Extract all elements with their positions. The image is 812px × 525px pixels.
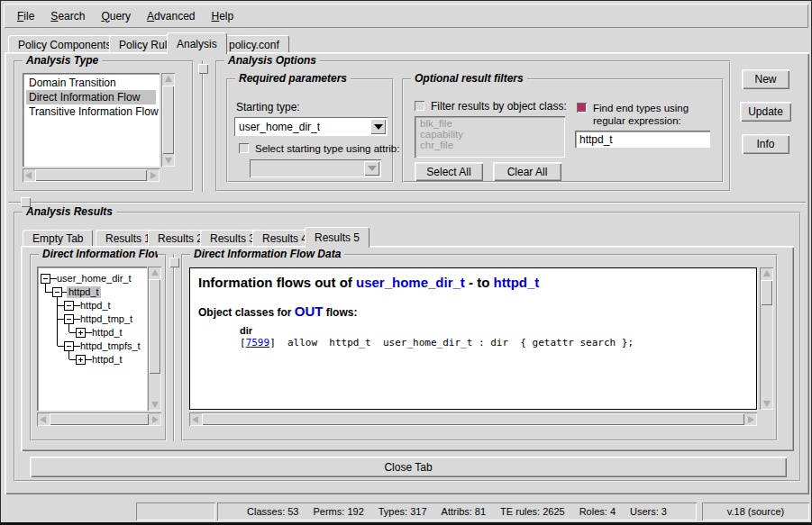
starting-type-combobox[interactable]: user_home_dir_t [234,117,388,136]
status-empty-box [136,502,215,520]
top-vertical-sash-handle[interactable] [198,64,208,74]
source-type: user_home_dir_t [356,275,465,290]
flow-data-text[interactable]: Information flows out of user_home_dir_t… [189,267,757,410]
tree-node[interactable]: httpd_tmp_t [78,313,134,325]
menu-help[interactable]: Help [203,6,242,26]
scroll-down-icon[interactable] [148,399,161,411]
attrib-combobox [250,159,381,177]
horizontal-sash-handle[interactable] [21,197,31,207]
version-label: v.18 (source) [727,506,784,517]
collapse-icon[interactable] [64,341,74,351]
close-tab-button[interactable]: Close Tab [30,457,787,477]
collapse-icon[interactable] [41,274,50,284]
list-item[interactable]: Direct Information Flow [26,90,156,104]
object-class-checkbox-row[interactable]: Filter results by object class: [415,100,567,113]
object-class-checkbox[interactable] [415,101,424,111]
collapse-icon[interactable] [64,314,74,324]
scroll-thumb[interactable] [149,279,160,374]
flow-direction: OUT [295,303,324,319]
scroll-up-icon[interactable] [161,73,175,85]
scroll-left-icon[interactable] [189,412,201,426]
menu-advanced[interactable]: Advanced [139,6,203,26]
clear-all-button[interactable]: Clear All [493,162,561,181]
analysis-type-list[interactable]: Domain Transition Direct Information Flo… [23,73,160,167]
tab-empty-tab[interactable]: Empty Tab [23,230,93,247]
scroll-right-icon[interactable] [150,412,161,426]
combobox-dropdown-icon[interactable] [370,119,386,134]
flow-tree[interactable]: user_home_dir_t httpd_t httpd_t httpd_tm… [37,267,147,411]
expand-icon[interactable] [76,328,86,338]
tree-line [68,351,69,359]
regex-checkbox[interactable] [577,103,587,113]
scroll-down-icon[interactable] [161,155,175,167]
scroll-right-icon[interactable] [745,412,757,426]
scroll-thumb[interactable] [162,86,174,154]
flow-heading: Information flows out of user_home_dir_t… [198,275,748,290]
scroll-down-icon[interactable] [760,398,773,410]
update-button[interactable]: Update [740,102,791,122]
regex-checkbox-row[interactable]: Find end types using regular expression: [577,102,723,127]
tree-node[interactable]: httpd_t [67,286,101,298]
scroll-thumb[interactable] [50,413,149,425]
scroll-thumb[interactable] [202,413,744,425]
status-classes: Classes: 53 [247,506,298,517]
attrib-checkbox[interactable] [239,143,249,153]
analysis-options-frame: Analysis Options Required parameters Sta… [215,60,731,192]
tree-line [58,305,64,306]
scroll-up-icon[interactable] [760,267,773,279]
horizontal-sash[interactable] [8,202,806,204]
tree-node[interactable]: httpd_t [90,327,124,339]
expand-icon[interactable] [76,355,86,365]
tab-policy-components[interactable]: Policy Components [8,35,121,53]
flow-tree-hscrollbar[interactable] [37,412,161,426]
regex-input[interactable] [575,131,710,148]
scroll-thumb[interactable] [35,169,147,181]
tab-analysis[interactable]: Analysis [167,32,227,54]
tree-line [69,359,76,360]
status-version-box: v.18 (source) [702,502,809,520]
tree-line [46,292,52,293]
tree-line [69,332,76,333]
optional-result-filters-title: Optional result filters [411,72,527,85]
new-button[interactable]: New [742,69,789,89]
tree-node[interactable]: httpd_t [90,354,124,366]
collapse-icon[interactable] [64,301,74,311]
select-all-button[interactable]: Select All [415,162,483,181]
tree-line [68,324,69,332]
scroll-right-icon[interactable] [148,168,160,182]
scroll-left-icon[interactable] [23,168,34,182]
tree-node[interactable]: user_home_dir_t [55,273,133,285]
collapse-icon[interactable] [52,287,62,297]
flow-data-vscrollbar[interactable] [760,267,773,410]
flow-tree-vscrollbar[interactable] [148,267,161,411]
info-button[interactable]: Info [742,134,789,154]
status-types: Types: 317 [379,506,427,517]
tree-node[interactable]: httpd_t [78,300,113,312]
tab-policy-conf[interactable]: policy.conf [219,35,289,53]
results-vertical-sash-handle[interactable] [169,258,179,267]
menu-file[interactable]: File [9,6,42,26]
analysis-type-hscrollbar[interactable] [23,168,160,182]
status-perms: Perms: 192 [314,506,364,517]
scroll-up-icon[interactable] [148,267,161,278]
status-stats-box: Classes: 53 Perms: 192 Types: 317 Attrib… [217,502,697,520]
analysis-type-vscrollbar[interactable] [161,73,175,167]
required-parameters-frame: Required parameters Starting type: user_… [226,78,394,183]
required-parameters-title: Required parameters [235,72,351,85]
combobox-dropdown-icon [364,161,379,176]
tab-results-5[interactable]: Results 5 [305,227,370,248]
flow-data-hscrollbar[interactable] [189,412,757,426]
results-vertical-sash[interactable] [173,254,175,441]
object-class-list: blk_file capability chr_file [415,116,565,158]
scroll-left-icon[interactable] [37,412,49,426]
flow-subheading: Object classes for OUT flows: [198,303,748,319]
list-item[interactable]: Transitive Information Flow [26,104,156,119]
scroll-thumb[interactable] [761,280,772,305]
menu-query[interactable]: Query [93,6,139,26]
attrib-checkbox-row[interactable]: Select starting type using attrib: [239,142,399,155]
tree-node[interactable]: httpd_tmpfs_t [78,340,142,352]
rule-id-link[interactable]: 7599 [246,337,270,348]
top-vertical-sash[interactable] [202,60,204,192]
menu-search[interactable]: Search [42,6,93,26]
list-item[interactable]: Domain Transition [26,76,156,90]
